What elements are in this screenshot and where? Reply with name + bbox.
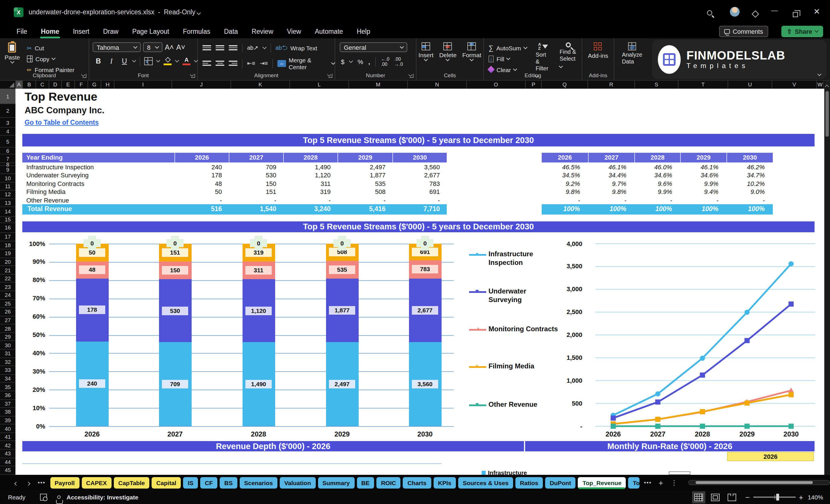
table-cell[interactable]: 1,877 (338, 171, 392, 180)
pct-cell[interactable]: 9.8% (588, 188, 634, 196)
row-header-44[interactable]: 44 (0, 458, 15, 466)
pct-cell[interactable]: 9.0% (727, 188, 773, 196)
column-header-O[interactable]: O (467, 81, 526, 89)
table-header-cell[interactable]: 2029 (338, 153, 392, 162)
pct-cell[interactable]: 10.2% (727, 180, 773, 188)
row-header-18[interactable]: 18 (0, 241, 15, 249)
pct-cell[interactable]: 46.1% (680, 163, 727, 171)
sheet-tab-valuation[interactable]: Valuation (280, 477, 316, 488)
sheet-tab-roic[interactable]: ROIC (376, 477, 401, 488)
row-header-29[interactable]: 29 (0, 333, 15, 341)
pct-total-cell[interactable]: 100% (542, 204, 588, 214)
avatar[interactable] (730, 7, 740, 17)
column-header-P[interactable]: P (526, 81, 542, 89)
pct-cell[interactable]: 9.4% (680, 188, 727, 196)
increase-decimal-button[interactable]: ←.0.00 (381, 57, 389, 67)
table-total-cell[interactable]: 516 (174, 204, 229, 214)
search-icon[interactable] (707, 7, 712, 18)
column-header-F[interactable]: F (75, 81, 88, 89)
row-header-38[interactable]: 38 (0, 408, 15, 416)
grow-font-button[interactable]: A˄ (165, 43, 174, 51)
table-cell[interactable]: - (229, 196, 283, 204)
row-header-21[interactable]: 21 (0, 266, 15, 275)
delete-cells-button[interactable]: Delete (438, 42, 458, 61)
table-cell[interactable]: 2,497 (338, 163, 392, 171)
zoom-level[interactable]: 140% (808, 494, 823, 501)
paste-button[interactable]: Paste (0, 42, 25, 75)
share-button[interactable]: ⇧Share (781, 26, 823, 37)
pct-cell[interactable]: 9.9% (680, 180, 727, 188)
table-cell[interactable]: - (174, 196, 229, 204)
table-cell[interactable]: 530 (229, 171, 283, 180)
table-cell[interactable]: 240 (174, 163, 229, 171)
row-header-22[interactable]: 22 (0, 275, 15, 283)
table-cell[interactable]: Monitoring Contracts (22, 180, 174, 188)
font-size-select[interactable]: 8 (143, 42, 162, 52)
restore-button[interactable] (793, 9, 798, 20)
orientation-button[interactable]: ab↗ (247, 44, 258, 51)
table-cell[interactable]: 48 (174, 180, 229, 188)
sheet-tab-charts[interactable]: Charts (403, 477, 431, 488)
row-header-24[interactable]: 24 (0, 291, 15, 300)
row-header-4[interactable]: 4 (0, 128, 15, 135)
pct-cell[interactable]: 34.4% (588, 171, 634, 180)
table-total-cell[interactable]: 7,710 (392, 204, 447, 214)
row-header-1[interactable]: 1 (0, 89, 15, 104)
pct-cell[interactable]: 46.0% (634, 163, 680, 171)
table-header-cell[interactable]: 2028 (283, 153, 338, 162)
pct-cell[interactable]: - (634, 196, 680, 204)
table-cell[interactable]: 178 (174, 171, 229, 180)
row-header-11[interactable]: 11 (0, 183, 15, 191)
row-header-34[interactable]: 34 (0, 375, 15, 383)
table-cell[interactable]: 311 (283, 180, 338, 188)
pct-cell[interactable]: 34.7% (727, 171, 773, 180)
pct-cell[interactable]: - (588, 196, 634, 204)
column-header-K[interactable]: K (231, 81, 290, 89)
column-header-E[interactable]: E (62, 81, 75, 89)
clipboard-dialog-launcher[interactable] (83, 74, 86, 78)
menu-tab-data[interactable]: Data (218, 26, 244, 37)
column-header-D[interactable]: D (49, 81, 62, 89)
sheet-tab-top-revenue[interactable]: Top_Revenue (578, 477, 626, 488)
row-header-13[interactable]: 13 (0, 199, 15, 207)
vertical-scrollbar[interactable] (824, 81, 830, 475)
accessibility-status[interactable]: Accessibility: Investigate (67, 494, 138, 501)
fill-button[interactable]: ↓Fill (488, 53, 531, 64)
format-cells-button[interactable]: Format (461, 42, 482, 61)
sheet-tab-sources-uses[interactable]: Sources & Uses (458, 477, 513, 488)
legend-item-4[interactable]: ×Filming Media (469, 362, 534, 371)
sheet-tab-bs[interactable]: BS (220, 477, 237, 488)
row-header-10[interactable]: 10 (0, 174, 15, 183)
row-headers[interactable]: 1234567891011121314151617181920212223242… (0, 89, 15, 475)
merge-center-button[interactable]: ⇔Merge & Center (278, 58, 334, 69)
table-cell[interactable]: 1,120 (283, 171, 338, 180)
row-header-27[interactable]: 27 (0, 316, 15, 324)
table-cell[interactable]: - (283, 196, 338, 204)
normal-view-icon[interactable] (695, 494, 703, 501)
row-header-35[interactable]: 35 (0, 383, 15, 391)
page-break-view-icon[interactable] (728, 494, 736, 501)
number-dialog-launcher[interactable] (410, 74, 414, 78)
tabs-scroll-left[interactable] (11, 479, 21, 486)
table-total-cell[interactable]: 1,540 (229, 204, 283, 214)
table-cell[interactable]: Underwater Surveying (22, 171, 174, 180)
select-all-corner[interactable] (0, 81, 15, 89)
table-cell[interactable]: 319 (283, 188, 338, 196)
column-header-I[interactable]: I (115, 81, 172, 89)
legend-item-2[interactable]: ■UnderwaterSurveying (469, 287, 526, 304)
pct-cell[interactable]: 34.6% (634, 171, 680, 180)
menu-tab-page-layout[interactable]: Page Layout (126, 26, 175, 37)
toc-link[interactable]: Go to Table of Contents (25, 119, 99, 126)
page-layout-view-icon[interactable] (711, 494, 720, 501)
pct-cell[interactable]: 9.9% (634, 188, 680, 196)
minimize-button[interactable]: — (771, 6, 778, 14)
insert-cells-button[interactable]: Insert (417, 42, 435, 61)
pct-cell[interactable]: 34.5% (542, 171, 588, 180)
number-format-select[interactable]: General (340, 42, 407, 52)
row-header-23[interactable]: 23 (0, 283, 15, 291)
table-cell[interactable]: 50 (174, 188, 229, 196)
column-header-Q[interactable]: Q (542, 81, 588, 89)
row-header-9[interactable]: 9 (0, 166, 15, 174)
table-cell[interactable]: Other Revenue (22, 196, 174, 204)
row-header-20[interactable]: 20 (0, 258, 15, 266)
